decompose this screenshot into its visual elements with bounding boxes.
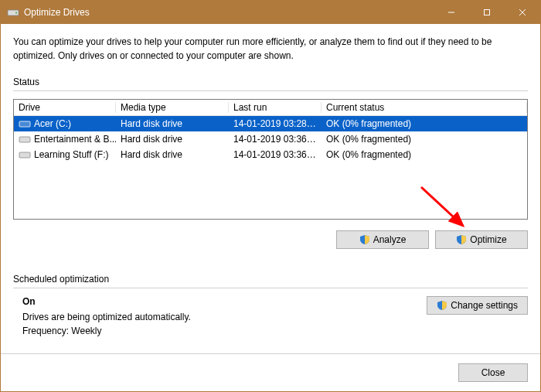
maximize-button[interactable] xyxy=(469,1,505,24)
drive-icon xyxy=(19,119,31,128)
svg-rect-6 xyxy=(19,121,30,127)
cell-drive: Learning Stuff (F:) xyxy=(14,149,116,160)
status-label: Status xyxy=(13,77,528,87)
cell-drive-text: Acer (C:) xyxy=(34,118,71,129)
minimize-button[interactable] xyxy=(434,1,469,24)
scheduled-freq: Frequency: Weekly xyxy=(22,326,427,336)
svg-rect-7 xyxy=(19,137,30,142)
status-rule xyxy=(13,90,528,91)
cell-status: OK (0% fragmented) xyxy=(322,149,527,160)
footer: Close xyxy=(1,353,540,391)
table-row[interactable]: Acer (C:)Hard disk drive14-01-2019 03:28… xyxy=(14,116,527,131)
cell-drive-text: Entertainment & B... xyxy=(34,134,116,145)
change-settings-label: Change settings xyxy=(451,300,518,311)
intro-text: You can optimize your drives to help you… xyxy=(13,35,528,63)
shield-icon xyxy=(456,234,467,245)
scheduled-label: Scheduled optimization xyxy=(13,274,528,285)
scheduled-section: Scheduled optimization On Drives are bei… xyxy=(13,268,528,339)
close-button[interactable] xyxy=(505,1,540,24)
col-status[interactable]: Current status xyxy=(322,102,527,113)
scheduled-on: On xyxy=(22,296,427,307)
table-row[interactable]: Entertainment & B...Hard disk drive14-01… xyxy=(14,131,527,147)
scheduled-rule xyxy=(13,288,528,288)
table-header: Drive Media type Last run Current status xyxy=(14,100,527,116)
cell-media: Hard disk drive xyxy=(116,118,229,129)
titlebar: Optimize Drives xyxy=(1,1,540,24)
svg-rect-3 xyxy=(485,10,490,15)
svg-point-1 xyxy=(15,12,17,14)
cell-media: Hard disk drive xyxy=(116,149,229,160)
scheduled-desc: Drives are being optimized automatically… xyxy=(22,312,427,322)
cell-status: OK (0% fragmented) xyxy=(322,134,527,145)
drives-table: Drive Media type Last run Current status… xyxy=(13,99,528,220)
drive-icon xyxy=(19,135,31,144)
cell-last-run: 14-01-2019 03:28 P... xyxy=(229,118,322,129)
analyze-button[interactable]: Analyze xyxy=(336,230,429,249)
scheduled-info: On Drives are being optimized automatica… xyxy=(13,296,427,339)
cell-status: OK (0% fragmented) xyxy=(322,118,527,129)
analyze-label: Analyze xyxy=(373,234,407,245)
app-icon xyxy=(7,6,19,19)
cell-last-run: 14-01-2019 03:36 P... xyxy=(229,134,322,145)
action-button-row: Analyze Optimize xyxy=(13,230,528,249)
close-dialog-button[interactable]: Close xyxy=(458,363,528,382)
window-title: Optimize Drives xyxy=(24,7,434,18)
shield-icon xyxy=(437,300,447,311)
cell-drive: Entertainment & B... xyxy=(14,134,116,145)
content-area: You can optimize your drives to help you… xyxy=(1,24,540,353)
col-last[interactable]: Last run xyxy=(229,102,322,113)
shield-icon xyxy=(359,234,370,245)
drive-icon xyxy=(19,150,31,159)
cell-drive: Acer (C:) xyxy=(14,118,116,129)
svg-rect-8 xyxy=(19,152,30,158)
cell-last-run: 14-01-2019 03:36 P... xyxy=(229,149,322,160)
col-drive[interactable]: Drive xyxy=(14,102,116,113)
change-settings-button[interactable]: Change settings xyxy=(427,296,528,315)
optimize-button[interactable]: Optimize xyxy=(435,230,528,249)
col-media[interactable]: Media type xyxy=(116,102,229,113)
optimize-label: Optimize xyxy=(470,234,506,245)
table-row[interactable]: Learning Stuff (F:)Hard disk drive14-01-… xyxy=(14,147,527,162)
optimize-drives-window: Optimize Drives You can optimize your dr… xyxy=(0,0,541,392)
cell-drive-text: Learning Stuff (F:) xyxy=(34,149,109,160)
cell-media: Hard disk drive xyxy=(116,134,229,145)
close-label: Close xyxy=(481,367,505,378)
